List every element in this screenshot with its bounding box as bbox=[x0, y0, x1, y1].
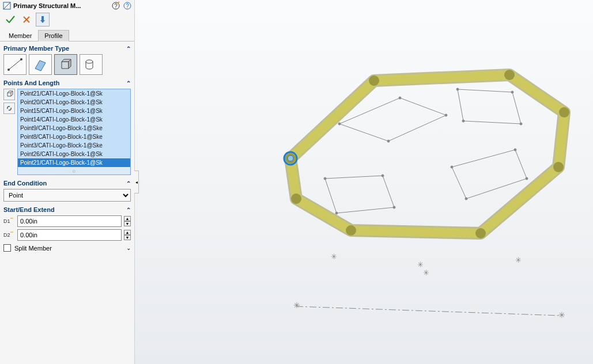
d1-down-button[interactable]: ▼ bbox=[124, 221, 131, 226]
list-item[interactable]: Point20/CATI-Logo-Block-1@Sk bbox=[18, 98, 130, 107]
list-resize-handle[interactable]: ○ bbox=[18, 167, 130, 175]
svg-point-50 bbox=[462, 120, 464, 122]
svg-point-45 bbox=[445, 114, 447, 116]
help-tooltip-icon[interactable]: ? bbox=[111, 1, 120, 10]
list-item[interactable]: Point3/CATI-Logo-Block-1@Ske bbox=[18, 141, 130, 150]
svg-point-49 bbox=[520, 123, 522, 125]
chevron-up-icon: ⌃ bbox=[126, 80, 131, 86]
panel-title-row: Primary Structural M... ? ? bbox=[0, 0, 134, 12]
svg-marker-29 bbox=[290, 75, 564, 233]
help-icon[interactable]: ? bbox=[123, 1, 132, 10]
chevron-down-icon: ⌄ bbox=[126, 245, 131, 251]
svg-point-57 bbox=[526, 177, 528, 180]
svg-point-60 bbox=[288, 156, 293, 161]
link-icon[interactable] bbox=[3, 103, 15, 114]
svg-text:D1: D1 bbox=[3, 218, 10, 224]
svg-point-38 bbox=[291, 194, 301, 204]
tab-member[interactable]: Member bbox=[2, 30, 38, 41]
svg-text:✳: ✳ bbox=[417, 260, 424, 269]
svg-line-1 bbox=[3, 2, 10, 9]
svg-point-55 bbox=[451, 166, 453, 168]
svg-point-37 bbox=[346, 225, 356, 236]
tab-profile[interactable]: Profile bbox=[38, 30, 69, 41]
section-extend-label: Start/End Extend bbox=[3, 206, 55, 213]
pin-button[interactable] bbox=[36, 13, 50, 26]
list-item[interactable]: Point21/CATI-Logo-Block-1@Sk bbox=[18, 89, 130, 98]
member-type-buttons bbox=[0, 53, 134, 76]
list-item[interactable]: Point8/CATI-Logo-Block-1@Ske bbox=[18, 132, 130, 141]
svg-point-56 bbox=[514, 149, 516, 151]
d2-icon: D2 bbox=[3, 230, 15, 240]
chevron-up-icon: ⌃ bbox=[126, 180, 131, 187]
structural-octagon[interactable] bbox=[284, 70, 569, 238]
tabs: Member Profile bbox=[0, 30, 134, 41]
svg-marker-14 bbox=[35, 60, 46, 71]
svg-text:✳: ✳ bbox=[515, 256, 522, 264]
svg-text:?: ? bbox=[114, 3, 118, 9]
svg-point-33 bbox=[504, 70, 515, 80]
svg-point-34 bbox=[559, 107, 569, 117]
split-member-row[interactable]: Split Member ⌄ bbox=[0, 242, 134, 254]
member-type-plane-button[interactable] bbox=[29, 54, 52, 75]
list-item[interactable]: Point15/CATI-Logo-Block-1@Sk bbox=[18, 107, 130, 115]
member-type-box-button[interactable] bbox=[54, 54, 77, 75]
svg-point-52 bbox=[382, 175, 384, 177]
split-member-checkbox[interactable] bbox=[3, 244, 11, 252]
svg-point-54 bbox=[335, 212, 338, 214]
section-extend-header[interactable]: Start/End Extend ⌃ bbox=[0, 203, 134, 214]
section-member-type-header[interactable]: Primary Member Type ⌃ bbox=[0, 41, 134, 53]
svg-text:✳: ✳ bbox=[423, 268, 429, 277]
svg-point-51 bbox=[324, 177, 326, 180]
svg-point-53 bbox=[393, 206, 395, 208]
ok-button[interactable] bbox=[3, 13, 17, 26]
list-item[interactable]: Point26/CATI-Logo-Block-1@Sk bbox=[18, 150, 130, 158]
chevron-up-icon: ⌃ bbox=[126, 207, 131, 213]
end-condition-select[interactable]: Point bbox=[3, 189, 131, 202]
list-item[interactable]: Point9/CATI-Logo-Block-1@Ske bbox=[18, 124, 130, 132]
svg-point-18 bbox=[86, 60, 93, 63]
chevron-up-icon: ⌃ bbox=[126, 46, 131, 52]
list-item[interactable]: Point14/CATI-Logo-Block-1@Sk bbox=[18, 115, 130, 124]
svg-point-58 bbox=[465, 198, 467, 200]
d1-input[interactable] bbox=[17, 215, 122, 227]
points-list[interactable]: Point21/CATI-Logo-Block-1@Sk Point20/CAT… bbox=[17, 89, 131, 175]
svg-marker-10 bbox=[40, 20, 45, 23]
svg-line-11 bbox=[9, 59, 21, 70]
svg-marker-41 bbox=[325, 176, 394, 213]
cancel-button[interactable] bbox=[20, 13, 33, 26]
svg-point-36 bbox=[475, 228, 486, 238]
property-panel: Primary Structural M... ? ? Member Profi… bbox=[0, 0, 135, 364]
svg-rect-9 bbox=[41, 16, 44, 20]
d1-icon: D1 bbox=[3, 217, 15, 226]
split-member-label: Split Member bbox=[14, 245, 52, 252]
d2-input[interactable] bbox=[17, 229, 122, 241]
svg-point-13 bbox=[20, 58, 22, 60]
section-end-condition-label: End Condition bbox=[3, 180, 47, 187]
section-end-condition-header[interactable]: End Condition ⌃ bbox=[0, 176, 134, 188]
svg-point-32 bbox=[369, 75, 379, 86]
svg-point-47 bbox=[456, 88, 459, 90]
structural-member-icon bbox=[2, 1, 12, 10]
list-item[interactable]: Point21/CATI-Logo-Block-1@Sk bbox=[18, 158, 130, 167]
svg-text:✳: ✳ bbox=[558, 310, 565, 320]
sketch-points: ✳ ✳ ✳ ✳ bbox=[331, 252, 522, 277]
member-type-cylinder-button[interactable] bbox=[80, 54, 103, 75]
svg-point-48 bbox=[511, 91, 513, 93]
d2-up-button[interactable]: ▲ bbox=[124, 230, 131, 235]
svg-line-4 bbox=[118, 2, 119, 3]
panel-collapse-handle[interactable]: ◂ bbox=[134, 170, 139, 194]
member-type-line-button[interactable] bbox=[3, 54, 27, 75]
d2-down-button[interactable]: ▼ bbox=[124, 235, 131, 240]
d1-up-button[interactable]: ▲ bbox=[124, 216, 131, 221]
cube-icon[interactable] bbox=[3, 89, 15, 100]
svg-marker-40 bbox=[458, 89, 521, 124]
confirm-row bbox=[0, 12, 134, 28]
svg-point-35 bbox=[553, 162, 564, 172]
svg-marker-19 bbox=[7, 93, 11, 96]
section-points-header[interactable]: Points And Length ⌃ bbox=[0, 76, 134, 88]
3d-viewport[interactable]: ◂ bbox=[135, 0, 593, 364]
svg-text:✳: ✳ bbox=[293, 301, 300, 310]
svg-point-12 bbox=[7, 69, 10, 71]
svg-text:D2: D2 bbox=[3, 232, 10, 238]
panel-title: Primary Structural M... bbox=[13, 2, 111, 9]
